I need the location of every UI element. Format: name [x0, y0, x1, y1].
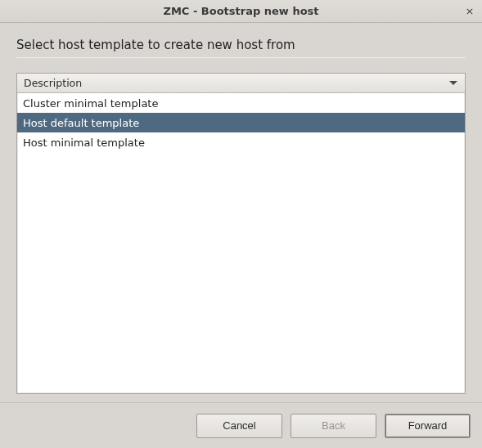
page-heading: Select host template to create new host … [16, 38, 466, 52]
close-icon[interactable]: × [464, 6, 475, 17]
button-bar: Cancel Back Forward [0, 402, 482, 448]
back-button: Back [291, 414, 376, 438]
dialog-content: Select host template to create new host … [0, 23, 482, 402]
window-title: ZMC - Bootstrap new host [0, 5, 482, 17]
list-item[interactable]: Host minimal template [17, 132, 465, 152]
list-item-label: Cluster minimal template [23, 97, 158, 110]
divider [16, 57, 466, 58]
column-header-label: Description [24, 77, 449, 89]
list-item[interactable]: Cluster minimal template [17, 93, 465, 113]
titlebar: ZMC - Bootstrap new host × [0, 0, 482, 23]
column-header-description[interactable]: Description [17, 74, 465, 93]
list-item-label: Host default template [23, 117, 139, 129]
forward-button[interactable]: Forward [385, 414, 471, 438]
chevron-down-icon [449, 81, 457, 85]
list-item-label: Host minimal template [23, 137, 145, 149]
template-list: Description Cluster minimal templateHost… [16, 73, 466, 394]
list-item[interactable]: Host default template [17, 113, 465, 132]
cancel-button[interactable]: Cancel [196, 414, 282, 438]
list-body: Cluster minimal templateHost default tem… [17, 93, 465, 393]
